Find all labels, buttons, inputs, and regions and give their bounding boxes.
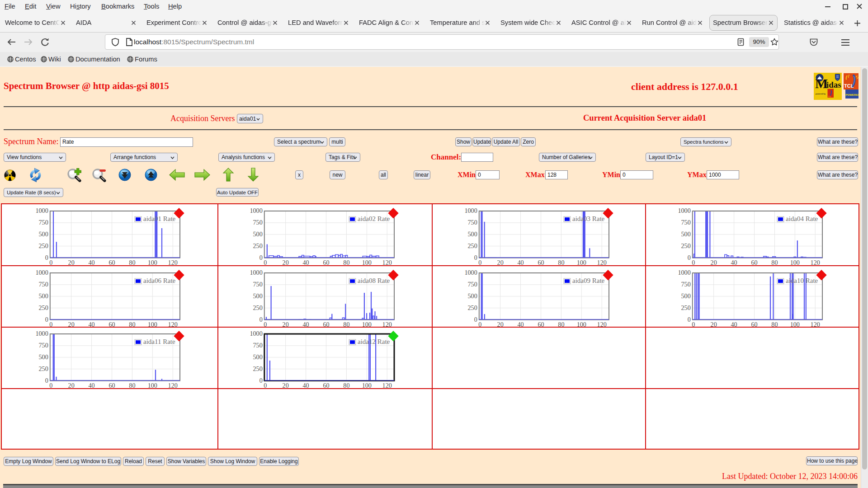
svg-text:750: 750 xyxy=(253,219,263,226)
svg-text:0: 0 xyxy=(259,377,263,384)
svg-text:1000: 1000 xyxy=(678,207,690,214)
svg-text:40: 40 xyxy=(518,321,524,328)
svg-text:250: 250 xyxy=(468,242,477,249)
svg-text:100: 100 xyxy=(362,382,372,389)
svg-text:1000: 1000 xyxy=(250,207,262,214)
svg-text:0: 0 xyxy=(259,316,263,323)
svg-text:0: 0 xyxy=(264,321,267,328)
svg-text:80: 80 xyxy=(771,259,778,266)
svg-text:1000: 1000 xyxy=(250,269,262,276)
svg-text:0: 0 xyxy=(478,321,481,328)
svg-text:20: 20 xyxy=(68,321,75,328)
svg-text:0: 0 xyxy=(478,259,481,266)
svg-text:0: 0 xyxy=(49,259,52,266)
svg-text:250: 250 xyxy=(39,365,48,372)
svg-text:40: 40 xyxy=(89,321,95,328)
svg-text:120: 120 xyxy=(811,321,820,328)
svg-text:aida03 Rate: aida03 Rate xyxy=(572,215,605,222)
svg-text:250: 250 xyxy=(39,242,48,249)
svg-text:40: 40 xyxy=(303,321,309,328)
svg-text:120: 120 xyxy=(168,321,178,328)
svg-text:20: 20 xyxy=(497,321,504,328)
svg-text:0: 0 xyxy=(688,254,691,261)
svg-text:80: 80 xyxy=(558,321,564,328)
svg-text:500: 500 xyxy=(253,230,263,238)
svg-text:250: 250 xyxy=(253,304,263,311)
svg-text:100: 100 xyxy=(148,382,157,389)
svg-text:0: 0 xyxy=(474,316,477,323)
svg-text:60: 60 xyxy=(108,321,115,328)
svg-text:500: 500 xyxy=(39,353,48,361)
svg-text:0: 0 xyxy=(688,316,691,323)
svg-text:500: 500 xyxy=(39,292,48,300)
svg-text:aida01 Rate: aida01 Rate xyxy=(143,215,176,222)
svg-text:750: 750 xyxy=(39,342,48,349)
svg-text:750: 750 xyxy=(253,342,263,349)
svg-text:80: 80 xyxy=(343,382,349,389)
svg-text:powered by: powered by xyxy=(816,93,826,95)
svg-text:100: 100 xyxy=(362,259,372,266)
svg-text:60: 60 xyxy=(323,321,329,328)
svg-text:40: 40 xyxy=(731,321,737,328)
svg-text:120: 120 xyxy=(597,321,607,328)
svg-text:1000: 1000 xyxy=(35,269,48,276)
svg-text:0: 0 xyxy=(264,259,267,266)
svg-text:0: 0 xyxy=(45,377,48,384)
svg-text:aida09 Rate: aida09 Rate xyxy=(572,277,605,284)
svg-text:80: 80 xyxy=(129,382,135,389)
svg-text:250: 250 xyxy=(681,242,691,249)
svg-text:500: 500 xyxy=(468,230,477,238)
svg-text:TCL: TCL xyxy=(828,96,831,98)
svg-text:120: 120 xyxy=(597,259,607,266)
svg-text:20: 20 xyxy=(711,321,717,328)
svg-text:750: 750 xyxy=(253,281,263,288)
svg-text:aida11 Rate: aida11 Rate xyxy=(143,338,175,345)
svg-text:aida10 Rate: aida10 Rate xyxy=(786,277,818,284)
svg-text:20: 20 xyxy=(283,259,289,266)
svg-text:aida04 Rate: aida04 Rate xyxy=(786,215,818,222)
svg-text:idas: idas xyxy=(826,80,841,89)
svg-text:20: 20 xyxy=(283,382,289,389)
svg-text:500: 500 xyxy=(681,230,691,238)
svg-text:100: 100 xyxy=(148,321,157,328)
svg-text:120: 120 xyxy=(168,259,178,266)
svg-text:aida06 Rate: aida06 Rate xyxy=(143,277,176,284)
svg-text:20: 20 xyxy=(711,259,717,266)
svg-text:40: 40 xyxy=(303,259,309,266)
svg-text:80: 80 xyxy=(129,321,135,328)
svg-text:120: 120 xyxy=(382,382,392,389)
svg-text:250: 250 xyxy=(39,304,48,311)
svg-text:80: 80 xyxy=(771,321,778,328)
svg-text:40: 40 xyxy=(518,259,524,266)
svg-text:100: 100 xyxy=(362,321,372,328)
svg-text:100: 100 xyxy=(577,321,586,328)
svg-text:60: 60 xyxy=(538,259,544,266)
svg-text:0: 0 xyxy=(45,254,48,261)
svg-text:100: 100 xyxy=(790,259,800,266)
svg-text:40: 40 xyxy=(89,382,95,389)
svg-text:750: 750 xyxy=(468,281,477,288)
svg-text:aida12 Rate: aida12 Rate xyxy=(358,338,390,345)
svg-text:250: 250 xyxy=(681,304,691,311)
svg-text:0: 0 xyxy=(259,254,263,261)
svg-text:60: 60 xyxy=(751,321,757,328)
svg-text:TCL: TCL xyxy=(844,83,854,89)
svg-text:1000: 1000 xyxy=(464,207,477,214)
svg-text:aida08 Rate: aida08 Rate xyxy=(358,277,390,284)
svg-text:80: 80 xyxy=(129,259,135,266)
svg-text:60: 60 xyxy=(108,259,115,266)
svg-text:750: 750 xyxy=(681,281,691,288)
svg-text:0: 0 xyxy=(692,321,695,328)
svg-text:1000: 1000 xyxy=(250,330,262,337)
svg-text:500: 500 xyxy=(253,292,263,300)
svg-text:0: 0 xyxy=(474,254,477,261)
svg-text:100: 100 xyxy=(148,259,157,266)
svg-text:60: 60 xyxy=(108,382,115,389)
svg-text:60: 60 xyxy=(323,259,329,266)
svg-text:250: 250 xyxy=(253,365,263,372)
svg-text:40: 40 xyxy=(303,382,309,389)
svg-text:750: 750 xyxy=(39,219,48,226)
svg-text:1000: 1000 xyxy=(678,269,690,276)
svg-text:60: 60 xyxy=(323,382,329,389)
svg-text:20: 20 xyxy=(497,259,504,266)
